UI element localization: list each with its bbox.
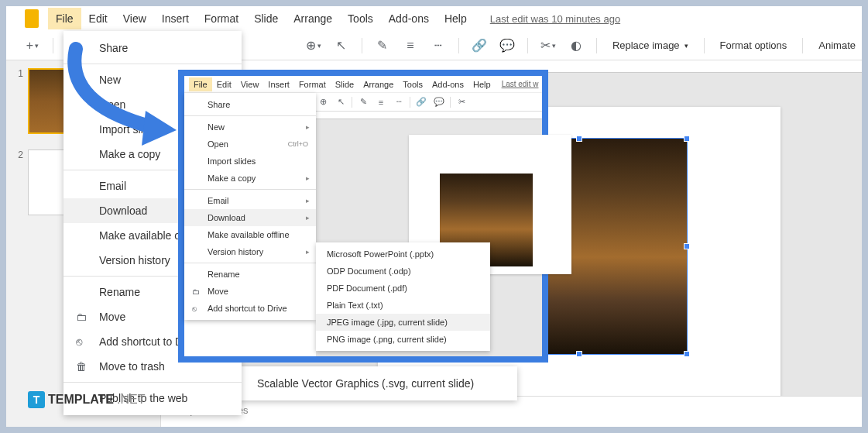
inset-file-version-history[interactable]: Version history▸ <box>184 243 316 260</box>
resize-handle[interactable] <box>684 243 690 249</box>
inset-file-new[interactable]: New▸ <box>184 119 316 136</box>
menu-slide[interactable]: Slide <box>246 8 286 29</box>
inset-menu-help[interactable]: Help <box>468 77 496 91</box>
mask-icon[interactable]: ◐ <box>565 35 587 57</box>
border-color-icon[interactable]: ✎ <box>372 35 393 57</box>
inset-ruler <box>316 112 542 119</box>
inset-file-rename[interactable]: Rename <box>184 266 316 283</box>
comment-icon[interactable]: 💬 <box>432 95 446 109</box>
menu-view[interactable]: View <box>115 8 154 29</box>
line-dash-icon[interactable]: ┄ <box>392 95 406 109</box>
line-weight-icon[interactable]: ≡ <box>400 35 421 57</box>
zoom-icon[interactable]: ⊕ <box>316 95 330 109</box>
menu-label: Download <box>208 213 245 222</box>
shortcut-icon: ⎋ <box>76 335 82 348</box>
resize-handle[interactable] <box>684 351 690 357</box>
menu-separator <box>184 189 316 190</box>
inset-menu-insert[interactable]: Insert <box>263 77 294 91</box>
chevron-right-icon: ▸ <box>306 248 310 256</box>
menu-help[interactable]: Help <box>437 8 475 29</box>
watermark-suffix: .NET <box>117 393 145 407</box>
border-color-icon[interactable]: ✎ <box>356 95 370 109</box>
resize-handle[interactable] <box>576 136 582 142</box>
crop-icon[interactable]: ✂ <box>455 95 468 109</box>
inset-file-menu: Share New▸ OpenCtrl+O Import slides Make… <box>184 93 316 320</box>
inset-file-make-offline[interactable]: Make available offline <box>184 226 316 243</box>
line-weight-icon[interactable]: ≡ <box>374 95 388 109</box>
template-net-watermark: T TEMPLATE.NET <box>28 391 145 408</box>
menu-addons[interactable]: Add-ons <box>381 8 437 29</box>
watermark-brand: TEMPLATE <box>48 393 114 407</box>
chevron-right-icon: ▸ <box>306 123 310 131</box>
menu-label: Email <box>208 196 229 205</box>
animate-button[interactable]: Animate <box>812 36 862 54</box>
menu-separator <box>63 382 242 383</box>
chevron-right-icon: ▸ <box>306 214 310 222</box>
inset-menu-addons[interactable]: Add-ons <box>427 77 468 91</box>
thumb-number: 1 <box>12 68 23 79</box>
menu-arrange[interactable]: Arrange <box>286 8 340 29</box>
download-pptx[interactable]: Microsoft PowerPoint (.pptx) <box>316 246 490 263</box>
annotation-arrow <box>60 41 184 153</box>
inset-menu-view[interactable]: View <box>236 77 264 91</box>
inset-file-add-shortcut[interactable]: ⎋Add shortcut to Drive <box>184 300 316 317</box>
inset-file-share[interactable]: Share <box>184 96 316 113</box>
menu-tools[interactable]: Tools <box>340 8 381 29</box>
zoom-icon[interactable]: ⊕▾ <box>303 35 324 57</box>
inset-file-import-slides[interactable]: Import slides <box>184 153 316 170</box>
replace-image-label: Replace image <box>612 40 680 51</box>
inset-menu-format[interactable]: Format <box>294 77 331 91</box>
menu-label: Version history <box>99 254 170 266</box>
toolbar-sep <box>596 38 597 53</box>
inset-file-download[interactable]: Download▸ <box>184 209 316 226</box>
menu-label: Make a copy <box>208 174 256 183</box>
inset-file-make-copy[interactable]: Make a copy▸ <box>184 170 316 187</box>
menu-label: Move <box>99 311 125 323</box>
select-icon[interactable]: ↖ <box>334 95 348 109</box>
download-odp[interactable]: ODP Document (.odp) <box>316 263 490 280</box>
download-submenu-bg: Scalable Vector Graphics (.svg, current … <box>238 366 517 400</box>
toolbar-sep <box>527 38 528 53</box>
download-svg[interactable]: Scalable Vector Graphics (.svg, current … <box>238 371 517 396</box>
select-icon[interactable]: ↖ <box>331 35 352 57</box>
link-icon[interactable]: 🔗 <box>468 35 490 57</box>
speaker-notes[interactable]: d speaker notes <box>161 396 862 427</box>
inset-menu-slide[interactable]: Slide <box>331 77 359 91</box>
inset-menu-tools[interactable]: Tools <box>398 77 427 91</box>
menu-label: Email <box>99 180 126 192</box>
last-edit-link[interactable]: Last edit was 10 minutes ago <box>490 13 620 25</box>
menu-insert[interactable]: Insert <box>154 8 197 29</box>
link-icon[interactable]: 🔗 <box>414 95 428 109</box>
inset-file-move[interactable]: 🗀Move <box>184 283 316 300</box>
line-dash-icon[interactable]: ┄ <box>427 35 449 57</box>
menu-file[interactable]: File <box>48 8 81 29</box>
toolbar-sep <box>352 97 352 108</box>
new-slide-button[interactable]: +▾ <box>22 35 43 57</box>
inset-file-open[interactable]: OpenCtrl+O <box>184 136 316 153</box>
inset-file-email[interactable]: Email▸ <box>184 192 316 209</box>
download-png[interactable]: PNG image (.png, current slide) <box>316 331 490 348</box>
replace-image-button[interactable]: Replace image▾ <box>606 36 695 54</box>
crop-icon[interactable]: ✂▾ <box>537 35 559 57</box>
format-options-button[interactable]: Format options <box>714 36 794 54</box>
resize-handle[interactable] <box>684 136 690 142</box>
menu-separator <box>184 263 316 263</box>
toolbar-sep <box>458 38 459 53</box>
menubar: File Edit View Insert Format Slide Arran… <box>6 6 862 31</box>
menu-format[interactable]: Format <box>197 8 246 29</box>
download-jpg[interactable]: JPEG image (.jpg, current slide) <box>316 314 490 331</box>
menu-label: Open <box>208 139 228 149</box>
chevron-right-icon: ▸ <box>306 197 310 204</box>
download-txt[interactable]: Plain Text (.txt) <box>316 297 490 314</box>
inset-menu-arrange[interactable]: Arrange <box>359 77 398 91</box>
inset-menu-file[interactable]: File <box>189 77 212 91</box>
inset-last-edit[interactable]: Last edit w <box>502 80 539 88</box>
menu-separator <box>184 115 316 116</box>
download-pdf[interactable]: PDF Document (.pdf) <box>316 280 490 297</box>
inset-menu-edit[interactable]: Edit <box>212 77 236 91</box>
menu-label: Move to trash <box>99 360 165 373</box>
comment-icon[interactable]: 💬 <box>496 35 518 57</box>
resize-handle[interactable] <box>576 351 582 357</box>
menu-edit[interactable]: Edit <box>81 8 115 29</box>
toolbar-sep <box>704 38 705 53</box>
